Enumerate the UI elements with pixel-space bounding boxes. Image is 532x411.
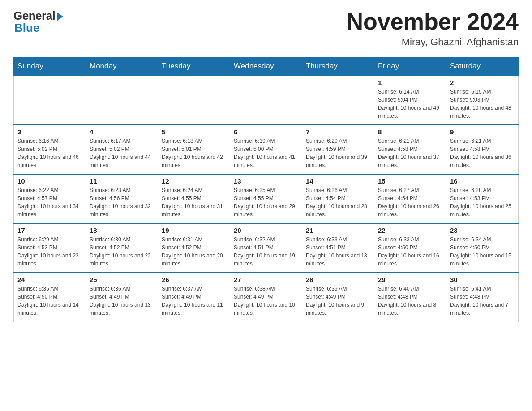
day-number: 17 — [17, 227, 82, 234]
day-number: 5 — [162, 128, 226, 136]
day-number: 30 — [450, 276, 515, 283]
calendar-cell: 30Sunrise: 6:41 AM Sunset: 4:48 PM Dayli… — [446, 273, 519, 322]
weekday-header-sunday: Sunday — [14, 57, 86, 76]
calendar-cell: 7Sunrise: 6:20 AM Sunset: 4:59 PM Daylig… — [302, 125, 374, 174]
day-info: Sunrise: 6:30 AM Sunset: 4:52 PM Dayligh… — [90, 235, 154, 268]
day-number: 13 — [234, 177, 298, 185]
day-info: Sunrise: 6:15 AM Sunset: 5:03 PM Dayligh… — [450, 88, 515, 120]
weekday-header-friday: Friday — [374, 57, 446, 76]
calendar-table: SundayMondayTuesdayWednesdayThursdayFrid… — [13, 57, 519, 322]
day-number: 23 — [450, 227, 515, 234]
calendar-cell: 23Sunrise: 6:34 AM Sunset: 4:50 PM Dayli… — [446, 223, 519, 273]
day-info: Sunrise: 6:16 AM Sunset: 5:02 PM Dayligh… — [17, 137, 82, 169]
day-info: Sunrise: 6:14 AM Sunset: 5:04 PM Dayligh… — [378, 88, 442, 120]
title-area: November 2024 Miray, Ghazni, Afghanistan — [347, 9, 519, 48]
day-number: 10 — [17, 177, 82, 185]
location-text: Miray, Ghazni, Afghanistan — [347, 36, 519, 48]
calendar-cell: 3Sunrise: 6:16 AM Sunset: 5:02 PM Daylig… — [14, 125, 86, 174]
calendar-week-row: 10Sunrise: 6:22 AM Sunset: 4:57 PM Dayli… — [14, 174, 519, 223]
calendar-cell: 19Sunrise: 6:31 AM Sunset: 4:52 PM Dayli… — [158, 223, 230, 273]
day-info: Sunrise: 6:21 AM Sunset: 4:58 PM Dayligh… — [450, 137, 515, 169]
day-number: 3 — [17, 128, 82, 136]
day-info: Sunrise: 6:26 AM Sunset: 4:54 PM Dayligh… — [306, 186, 370, 218]
day-number: 22 — [378, 227, 442, 234]
calendar-week-row: 24Sunrise: 6:35 AM Sunset: 4:50 PM Dayli… — [14, 273, 519, 322]
day-number: 19 — [162, 227, 226, 234]
day-info: Sunrise: 6:23 AM Sunset: 4:56 PM Dayligh… — [90, 186, 154, 218]
calendar-cell: 2Sunrise: 6:15 AM Sunset: 5:03 PM Daylig… — [446, 76, 519, 125]
day-number: 29 — [378, 276, 442, 283]
day-number: 12 — [162, 177, 226, 185]
day-number: 28 — [306, 276, 370, 283]
day-number: 16 — [450, 177, 515, 185]
calendar-cell — [302, 76, 374, 125]
calendar-cell — [86, 76, 158, 125]
day-number: 15 — [378, 177, 442, 185]
logo-blue-text: Blue — [14, 21, 39, 35]
day-info: Sunrise: 6:18 AM Sunset: 5:01 PM Dayligh… — [162, 137, 226, 169]
calendar-cell: 17Sunrise: 6:29 AM Sunset: 4:53 PM Dayli… — [14, 223, 86, 273]
calendar-week-row: 17Sunrise: 6:29 AM Sunset: 4:53 PM Dayli… — [14, 223, 519, 273]
day-number: 27 — [234, 276, 298, 283]
day-info: Sunrise: 6:40 AM Sunset: 4:48 PM Dayligh… — [378, 285, 442, 317]
day-info: Sunrise: 6:27 AM Sunset: 4:54 PM Dayligh… — [378, 186, 442, 218]
day-number: 24 — [17, 276, 82, 283]
calendar-cell: 11Sunrise: 6:23 AM Sunset: 4:56 PM Dayli… — [86, 174, 158, 223]
calendar-header-row: SundayMondayTuesdayWednesdayThursdayFrid… — [14, 57, 519, 76]
day-info: Sunrise: 6:17 AM Sunset: 5:02 PM Dayligh… — [90, 137, 154, 169]
calendar-cell: 18Sunrise: 6:30 AM Sunset: 4:52 PM Dayli… — [86, 223, 158, 273]
day-info: Sunrise: 6:22 AM Sunset: 4:57 PM Dayligh… — [17, 186, 82, 218]
calendar-cell — [14, 76, 86, 125]
day-number: 9 — [450, 128, 515, 136]
day-number: 26 — [162, 276, 226, 283]
day-number: 21 — [306, 227, 370, 234]
day-info: Sunrise: 6:20 AM Sunset: 4:59 PM Dayligh… — [306, 137, 370, 169]
weekday-header-tuesday: Tuesday — [158, 57, 230, 76]
calendar-cell — [158, 76, 230, 125]
day-info: Sunrise: 6:36 AM Sunset: 4:49 PM Dayligh… — [90, 285, 154, 317]
calendar-cell: 8Sunrise: 6:21 AM Sunset: 4:58 PM Daylig… — [374, 125, 446, 174]
day-info: Sunrise: 6:32 AM Sunset: 4:51 PM Dayligh… — [234, 235, 298, 268]
day-info: Sunrise: 6:21 AM Sunset: 4:58 PM Dayligh… — [378, 137, 442, 169]
day-number: 20 — [234, 227, 298, 234]
calendar-cell: 28Sunrise: 6:39 AM Sunset: 4:49 PM Dayli… — [302, 273, 374, 322]
calendar-cell: 22Sunrise: 6:33 AM Sunset: 4:50 PM Dayli… — [374, 223, 446, 273]
month-title: November 2024 — [347, 9, 519, 34]
day-number: 7 — [306, 128, 370, 136]
calendar-cell: 15Sunrise: 6:27 AM Sunset: 4:54 PM Dayli… — [374, 174, 446, 223]
calendar-cell: 14Sunrise: 6:26 AM Sunset: 4:54 PM Dayli… — [302, 174, 374, 223]
day-number: 1 — [378, 79, 442, 86]
day-info: Sunrise: 6:41 AM Sunset: 4:48 PM Dayligh… — [450, 285, 515, 317]
day-number: 14 — [306, 177, 370, 185]
calendar-cell: 6Sunrise: 6:19 AM Sunset: 5:00 PM Daylig… — [230, 125, 302, 174]
day-info: Sunrise: 6:35 AM Sunset: 4:50 PM Dayligh… — [17, 285, 82, 317]
day-info: Sunrise: 6:28 AM Sunset: 4:53 PM Dayligh… — [450, 186, 515, 218]
page-header: General Blue November 2024 Miray, Ghazni… — [13, 9, 519, 48]
calendar-cell: 26Sunrise: 6:37 AM Sunset: 4:49 PM Dayli… — [158, 273, 230, 322]
day-info: Sunrise: 6:39 AM Sunset: 4:49 PM Dayligh… — [306, 285, 370, 317]
day-info: Sunrise: 6:38 AM Sunset: 4:49 PM Dayligh… — [234, 285, 298, 317]
day-number: 8 — [378, 128, 442, 136]
weekday-header-wednesday: Wednesday — [230, 57, 302, 76]
weekday-header-monday: Monday — [86, 57, 158, 76]
calendar-cell: 29Sunrise: 6:40 AM Sunset: 4:48 PM Dayli… — [374, 273, 446, 322]
day-info: Sunrise: 6:33 AM Sunset: 4:50 PM Dayligh… — [378, 235, 442, 268]
calendar-cell: 16Sunrise: 6:28 AM Sunset: 4:53 PM Dayli… — [446, 174, 519, 223]
day-number: 4 — [90, 128, 154, 136]
calendar-cell: 12Sunrise: 6:24 AM Sunset: 4:55 PM Dayli… — [158, 174, 230, 223]
day-number: 25 — [90, 276, 154, 283]
day-info: Sunrise: 6:34 AM Sunset: 4:50 PM Dayligh… — [450, 235, 515, 268]
weekday-header-thursday: Thursday — [302, 57, 374, 76]
calendar-cell: 24Sunrise: 6:35 AM Sunset: 4:50 PM Dayli… — [14, 273, 86, 322]
calendar-cell: 10Sunrise: 6:22 AM Sunset: 4:57 PM Dayli… — [14, 174, 86, 223]
calendar-cell: 21Sunrise: 6:33 AM Sunset: 4:51 PM Dayli… — [302, 223, 374, 273]
calendar-cell: 25Sunrise: 6:36 AM Sunset: 4:49 PM Dayli… — [86, 273, 158, 322]
calendar-cell: 4Sunrise: 6:17 AM Sunset: 5:02 PM Daylig… — [86, 125, 158, 174]
calendar-cell: 9Sunrise: 6:21 AM Sunset: 4:58 PM Daylig… — [446, 125, 519, 174]
calendar-week-row: 3Sunrise: 6:16 AM Sunset: 5:02 PM Daylig… — [14, 125, 519, 174]
calendar-week-row: 1Sunrise: 6:14 AM Sunset: 5:04 PM Daylig… — [14, 76, 519, 125]
day-info: Sunrise: 6:37 AM Sunset: 4:49 PM Dayligh… — [162, 285, 226, 317]
day-info: Sunrise: 6:29 AM Sunset: 4:53 PM Dayligh… — [17, 235, 82, 268]
weekday-header-saturday: Saturday — [446, 57, 519, 76]
calendar-cell: 5Sunrise: 6:18 AM Sunset: 5:01 PM Daylig… — [158, 125, 230, 174]
